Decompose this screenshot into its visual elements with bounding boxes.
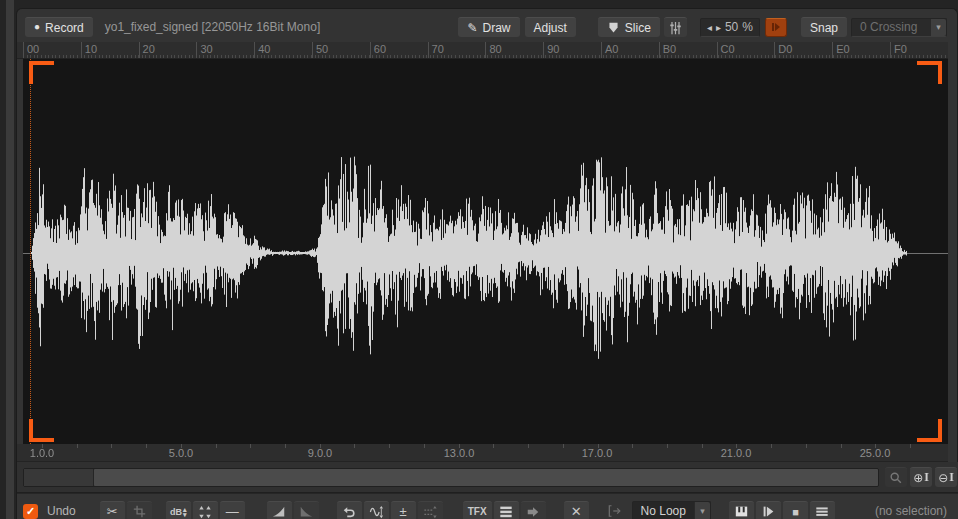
adjust-wave-button[interactable] — [364, 501, 389, 519]
footer-toolbar: ✓ Undo ✂ dB — [17, 493, 958, 519]
sample-title: yo1_fixed_signed [22050Hz 16Bit Mono] — [105, 20, 320, 34]
magnifier-icon — [889, 471, 903, 485]
slice-button[interactable]: Slice — [598, 17, 660, 37]
zoom-in-icon: ⊕ — [913, 471, 923, 485]
fat-arrow-icon — [526, 505, 540, 519]
loop-mode-value: No Loop — [633, 504, 694, 518]
sample-editor-window: ● Record yo1_fixed_signed [22050Hz 16Bit… — [0, 0, 958, 519]
slice-options-button[interactable] — [664, 17, 687, 37]
horizontal-scrollbar[interactable] — [23, 468, 879, 487]
record-button[interactable]: ● Record — [25, 17, 93, 37]
zoom-value[interactable]: 50 — [725, 20, 738, 34]
selection-corner-bottom-left[interactable] — [29, 419, 54, 442]
selection-corner-top-right[interactable] — [917, 61, 942, 84]
loop-bracket-icon — [608, 504, 622, 518]
selection-status: (no selection) — [875, 504, 947, 518]
snap-button[interactable]: Snap — [801, 17, 847, 37]
sliders-icon — [668, 21, 683, 35]
ruler-label: 00 — [23, 42, 81, 58]
fade-in-icon — [272, 505, 286, 519]
slice-marker-icon — [607, 21, 620, 34]
mix-paste-button[interactable] — [521, 501, 546, 519]
scrollbar-thumb[interactable] — [94, 469, 878, 486]
zoom-in-button[interactable]: ⊕ I — [910, 467, 932, 487]
sine-updown-icon — [369, 505, 384, 519]
options-menu-button[interactable] — [810, 501, 835, 519]
ruler-label: F0 — [890, 42, 948, 58]
dotted-resize-icon — [423, 505, 438, 519]
ruler-label: 10 — [81, 42, 139, 58]
dc-offset-button[interactable]: — — [220, 501, 245, 519]
gain-button[interactable]: dB ▴▾ — [166, 501, 191, 519]
sample-editor-panel: ● Record yo1_fixed_signed [22050Hz 16Bit… — [16, 8, 958, 519]
zoom-out-button[interactable]: ⊖ I — [935, 467, 957, 487]
piano-keys-icon — [734, 505, 749, 518]
pencil-icon: ✎ — [467, 21, 477, 35]
undo-label: Undo — [47, 504, 76, 518]
play-sample-button[interactable] — [756, 501, 781, 519]
scrollbar-leading-segment[interactable] — [24, 469, 94, 486]
waveform-area[interactable] — [23, 59, 948, 444]
delete-button[interactable]: ✕ — [564, 501, 589, 519]
ruler-label: A0 — [601, 42, 659, 58]
ruler-label: C0 — [717, 42, 775, 58]
dropdown-arrow-icon[interactable]: ▾ — [930, 19, 946, 36]
phase-invert-button[interactable]: ± — [391, 501, 416, 519]
beat-timeline[interactable]: 1.0.05.0.09.0.013.0.017.0.021.0.025.0.0 — [17, 444, 948, 462]
loop-mode-select[interactable]: No Loop ▾ — [632, 501, 711, 519]
db-icon: dB ▴▾ — [170, 507, 187, 517]
waveform-canvas[interactable] — [23, 59, 948, 444]
stacked-bars-icon — [499, 505, 513, 518]
normalize-button[interactable] — [193, 501, 218, 519]
ruler-label: D0 — [774, 42, 832, 58]
fade-out-button[interactable] — [294, 501, 319, 519]
expand-arrows-icon — [198, 505, 212, 519]
left-window-edge — [6, 0, 14, 519]
ibeam-glyph: I — [949, 470, 954, 485]
top-toolbar: ● Record yo1_fixed_signed [22050Hz 16Bit… — [17, 12, 957, 42]
plus-minus-icon: ± — [400, 504, 407, 519]
crop-icon — [133, 505, 146, 518]
modulation-button[interactable] — [494, 501, 519, 519]
tfx-label: TFX — [468, 506, 487, 517]
playhead-cursor — [30, 59, 31, 444]
zoom-next-icon[interactable]: ▸ — [716, 22, 721, 33]
selection-corner-bottom-right[interactable] — [917, 419, 942, 442]
fade-in-button[interactable] — [267, 501, 292, 519]
dropdown-arrow-icon[interactable]: ▾ — [694, 502, 710, 519]
scissors-icon: ✂ — [107, 504, 118, 519]
ruler-label: 80 — [485, 42, 543, 58]
zoom-step-button[interactable] — [765, 18, 787, 37]
zoom-control: ◂ ▸ 50 % — [700, 18, 760, 37]
line-icon: — — [226, 504, 239, 519]
ruler-label: 50 — [312, 42, 370, 58]
snap-mode-select[interactable]: 0 Crossing ▾ — [851, 18, 947, 37]
cross-icon: ✕ — [571, 504, 582, 519]
reverse-button[interactable] — [337, 501, 362, 519]
timeline-label: 5.0.0 — [169, 447, 193, 459]
play-icon — [762, 505, 775, 518]
track-fx-button[interactable]: TFX — [463, 501, 492, 519]
zoom-out-icon: ⊖ — [938, 471, 948, 485]
draw-tool-button[interactable]: ✎ Draw — [458, 17, 519, 37]
timeline-label: 9.0.0 — [308, 447, 332, 459]
timeline-label: 17.0.0 — [582, 447, 613, 459]
cut-button[interactable]: ✂ — [100, 501, 125, 519]
undo-checkbox[interactable]: ✓ — [23, 504, 38, 519]
menu-icon — [815, 505, 829, 518]
play-bar-icon — [772, 23, 780, 31]
keyzone-button[interactable] — [729, 501, 754, 519]
slice-label: Slice — [625, 21, 651, 35]
check-icon: ✓ — [26, 505, 35, 518]
selection-corner-top-left[interactable] — [29, 61, 54, 84]
magnifier-button[interactable] — [885, 467, 907, 487]
loop-fit-button[interactable] — [603, 501, 628, 519]
hex-ruler[interactable]: 00102030405060708090A0B0C0D0E0F0 — [17, 42, 948, 59]
timeline-label: 25.0.0 — [860, 447, 891, 459]
interpolate-button[interactable] — [418, 501, 443, 519]
trim-button[interactable] — [127, 501, 152, 519]
zoom-prev-icon[interactable]: ◂ — [707, 22, 712, 33]
timeline-label: 21.0.0 — [721, 447, 752, 459]
stop-button[interactable]: ■ — [783, 501, 808, 519]
adjust-tool-button[interactable]: Adjust — [525, 17, 576, 37]
